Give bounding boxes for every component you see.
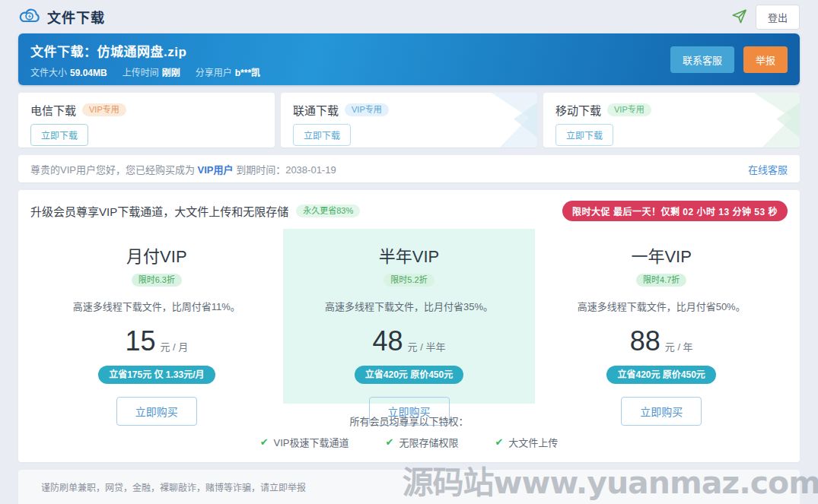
channel-title: 移动下载: [555, 102, 601, 118]
download-now-button[interactable]: 立即下载: [293, 124, 351, 146]
vip-only-badge: VIP专用: [345, 103, 389, 116]
share-user: 分享用户b***凯: [196, 65, 260, 78]
check-icon: ✔: [386, 436, 394, 448]
chevron-decoration: [454, 93, 537, 147]
paper-plane-icon[interactable]: [730, 7, 748, 27]
benefit-item: ✔ VIP极速下载通道: [260, 435, 349, 449]
vip-status-text: 尊贵的VIP用户您好，您已经购买成为 VIP用户 到期时间：2038-01-19: [30, 162, 336, 176]
vip-user-highlight: VIP用户: [198, 164, 234, 176]
check-icon: ✔: [495, 436, 503, 448]
plan-name: 一年VIP: [535, 242, 788, 267]
plan-description: 高速多线程下载文件，比月付省35%。: [283, 299, 536, 313]
page-title: 文件下载: [47, 7, 105, 27]
upload-time: 上传时间刚刚: [123, 65, 180, 78]
download-card-unicom: 联通下载 VIP专用 立即下载: [281, 93, 537, 147]
header-bar: 文件下载 登出: [18, 0, 800, 33]
plan-price: 48元 / 半年: [283, 325, 536, 357]
file-info: 文件下载：仿城通网盘.zip 文件大小59.04MB 上传时间刚刚 分享用户b*…: [30, 41, 260, 78]
logout-button[interactable]: 登出: [756, 5, 800, 30]
cloud-logo-icon: [18, 7, 41, 27]
benefit-item: ✔ 无限存储权限: [386, 435, 459, 449]
online-support-link[interactable]: 在线客服: [748, 162, 788, 176]
channel-title: 联通下载: [293, 102, 339, 118]
footer-warning: 谨防刷单兼职，网贷，金融，裸聊敲诈，赌博等诈骗，请立即举报: [18, 470, 800, 504]
vip-only-badge: VIP专用: [82, 103, 126, 116]
plan-columns: 月付VIP 限时6.3折 高速多线程下载文件，比周付省11%。 15元 / 月 …: [30, 229, 788, 404]
file-size: 文件大小59.04MB: [30, 65, 107, 78]
save-amount-badge: 立省420元 原价450元: [606, 366, 715, 384]
file-banner: 文件下载：仿城通网盘.zip 文件大小59.04MB 上传时间刚刚 分享用户b*…: [18, 33, 800, 85]
buy-now-button[interactable]: 立即购买: [116, 397, 197, 426]
file-title: 文件下载：仿城通网盘.zip: [30, 41, 260, 60]
save-amount-badge: 立省175元 仅 1.33元/月: [98, 366, 215, 384]
vip-pricing-panel: 升级会员尊享VIP下载通道，大文件上传和无限存储 永久更省83% 限时大促 最后…: [18, 190, 800, 462]
check-icon: ✔: [260, 436, 269, 448]
plan-description: 高速多线程下载文件，比周付省11%。: [30, 299, 283, 313]
download-card-telecom: 电信下载 VIP专用 立即下载: [18, 93, 275, 147]
report-button[interactable]: 举报: [743, 46, 788, 73]
download-now-button[interactable]: 立即下载: [30, 124, 88, 146]
brand: 文件下载: [18, 7, 105, 27]
discount-badge: 限时5.2折: [384, 274, 434, 287]
vip-status-bar: 尊贵的VIP用户您好，您已经购买成为 VIP用户 到期时间：2038-01-19…: [18, 155, 800, 182]
plan-price: 15元 / 月: [30, 325, 283, 357]
download-channels: 电信下载 VIP专用 立即下载 联通下载 VIP专用 立即下载 移动下载 VIP…: [18, 93, 800, 147]
channel-title: 电信下载: [30, 102, 76, 118]
discount-badge: 限时4.7折: [636, 274, 686, 287]
plan-monthly: 月付VIP 限时6.3折 高速多线程下载文件，比周付省11%。 15元 / 月 …: [30, 229, 283, 404]
chevron-decoration: [716, 93, 800, 147]
top-actions: 登出: [730, 5, 800, 30]
pricing-title: 升级会员尊享VIP下载通道，大文件上传和无限存储: [30, 203, 288, 219]
save-amount-badge: 立省420元 原价450元: [355, 366, 463, 384]
plan-name: 半年VIP: [283, 242, 536, 267]
download-now-button[interactable]: 立即下载: [555, 124, 613, 146]
discount-badge: 限时6.3折: [132, 274, 182, 287]
plan-half-year: 半年VIP 限时5.2折 高速多线程下载文件，比月付省35%。 48元 / 半年…: [283, 229, 536, 404]
plan-description: 高速多线程下载文件，比月付省50%。: [535, 299, 788, 313]
plan-name: 月付VIP: [30, 242, 283, 267]
contact-support-button[interactable]: 联系客服: [670, 46, 734, 73]
plan-price: 88元 / 年: [535, 325, 788, 357]
file-meta: 文件大小59.04MB 上传时间刚刚 分享用户b***凯: [30, 65, 260, 78]
banner-actions: 联系客服 举报: [670, 46, 788, 73]
pricing-header: 升级会员尊享VIP下载通道，大文件上传和无限存储 永久更省83% 限时大促 最后…: [30, 201, 788, 221]
download-card-mobile: 移动下载 VIP专用 立即下载: [543, 93, 800, 147]
plan-yearly: 一年VIP 限时4.7折 高速多线程下载文件，比月付省50%。 88元 / 年 …: [535, 229, 788, 404]
benefit-item: ✔ 大文件上传: [495, 435, 558, 449]
page: 文件下载 登出 文件下载：仿城通网盘.zip 文件大小59.04MB 上传时间刚…: [0, 0, 818, 462]
countdown-promo-badge: 限时大促 最后一天！仅剩 02 小时 13 分钟 53 秒: [562, 201, 788, 221]
forever-save-badge: 永久更省83%: [296, 204, 360, 217]
vip-only-badge: VIP专用: [607, 103, 651, 116]
buy-now-button[interactable]: 立即购买: [621, 397, 702, 426]
